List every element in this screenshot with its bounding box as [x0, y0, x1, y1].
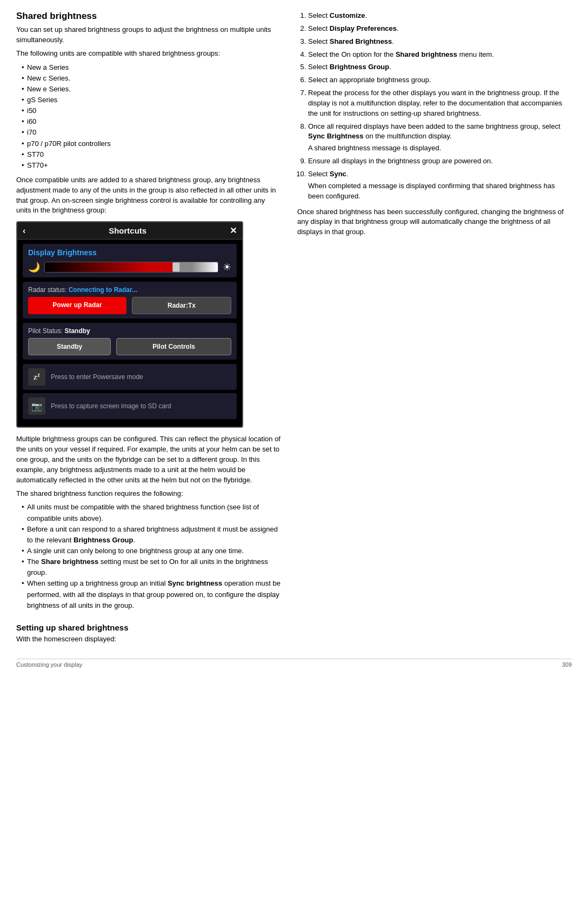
step-sub-note: When completed a message is displayed co… — [308, 181, 572, 202]
body-para1: Once compatible units are added to a sha… — [16, 175, 281, 216]
steps-list: Select Customize.Select Display Preferen… — [308, 11, 572, 202]
compatible-unit-item: i70 — [22, 127, 281, 138]
compatible-unit-item: gS Series — [22, 95, 281, 105]
power-up-radar-button[interactable]: Power up Radar — [28, 297, 126, 314]
screenshot-icon: 📷 — [28, 397, 45, 415]
left-column: Shared brightness You can set up shared … — [16, 11, 281, 648]
sun-icon: ☀ — [223, 261, 231, 273]
step-item: Ensure all displays in the brightness gr… — [308, 156, 572, 167]
compatible-unit-item: New e Series. — [22, 84, 281, 95]
compatible-unit-item: ST70 — [22, 149, 281, 160]
powersave-label: Press to enter Powersave mode — [51, 373, 143, 381]
page-layout: Shared brightness You can set up shared … — [16, 11, 572, 648]
screenshot-label: Press to capture screen image to SD card — [51, 402, 171, 410]
step-item: Select Sync.When completed a message is … — [308, 169, 572, 202]
step-item: Select Display Preferences. — [308, 24, 572, 34]
pilot-status-row: Pilot Status: Standby — [28, 327, 231, 335]
radar-section: Radar status: Connecting to Radar... Pow… — [23, 282, 237, 319]
step-item: Select Shared Brightness. — [308, 37, 572, 47]
requirements-intro: The shared brightness function requires … — [16, 489, 281, 499]
step-item: Once all required displays have been add… — [308, 122, 572, 154]
slider-thumb[interactable] — [172, 262, 180, 272]
radar-status-label: Radar status: — [28, 286, 69, 294]
compatible-unit-item: New a Series — [22, 62, 281, 73]
requirement-item: All units must be compatible with the sh… — [22, 502, 281, 523]
compatible-unit-item: i60 — [22, 116, 281, 127]
requirements-list: All units must be compatible with the sh… — [22, 502, 281, 611]
sub-title: Setting up shared brightness — [16, 623, 281, 632]
radar-status-value: Connecting to Radar... — [69, 286, 137, 294]
radar-buttons: Power up Radar Radar:Tx — [28, 297, 231, 314]
closing-para: Once shared brightness has been successf… — [297, 207, 572, 238]
close-icon[interactable]: ✕ — [230, 225, 237, 236]
compatible-units-list: New a SeriesNew c Series.New e Series.gS… — [22, 62, 281, 171]
zzz-icon: ZZ — [34, 373, 41, 381]
pilot-controls-button[interactable]: Pilot Controls — [116, 338, 231, 355]
intro-para1: You can set up shared brightness groups … — [16, 25, 281, 45]
radar-status-row: Radar status: Connecting to Radar... — [28, 286, 231, 294]
compatible-unit-item: p70 / p70R pilot controllers — [22, 138, 281, 149]
intro-para2: The following units are compatible with … — [16, 49, 281, 59]
pilot-status-value: Standby — [64, 327, 90, 335]
pilot-status-label: Pilot Status: — [28, 327, 64, 335]
pilot-section: Pilot Status: Standby Standby Pilot Cont… — [23, 323, 237, 360]
radar-tx-button[interactable]: Radar:Tx — [132, 297, 231, 314]
shortcuts-body: Display Brightness 🌙 ☀ Radar status: Con… — [17, 240, 242, 427]
section-title: Shared brightness — [16, 11, 281, 22]
step-item: Repeat the process for the other display… — [308, 88, 572, 119]
step-item: Select Brightness Group. — [308, 62, 572, 72]
powersave-row: ZZ Press to enter Powersave mode — [23, 364, 237, 390]
sub-intro: With the homescreen displayed: — [16, 634, 281, 645]
step-sub-note: A shared brightness message is displayed… — [308, 143, 572, 154]
requirement-item: The Share brightness setting must be set… — [22, 556, 281, 578]
body-para2: Multiple brightness groups can be config… — [16, 434, 281, 485]
shortcuts-title: Shortcuts — [25, 226, 230, 235]
compatible-unit-item: New c Series. — [22, 73, 281, 84]
display-brightness-title: Display Brightness — [28, 248, 231, 257]
camera-icon: 📷 — [31, 401, 42, 412]
step-item: Select the On option for the Shared brig… — [308, 50, 572, 60]
footer-left-label: Customizing your display — [16, 661, 82, 668]
shortcuts-header: ‹ Shortcuts ✕ — [17, 222, 242, 240]
screenshot-row: 📷 Press to capture screen image to SD ca… — [23, 393, 237, 419]
footer-page-number: 309 — [562, 661, 572, 668]
brightness-slider-row: 🌙 ☀ — [28, 261, 231, 273]
moon-icon: 🌙 — [28, 261, 40, 273]
right-column: Select Customize.Select Display Preferen… — [297, 11, 572, 648]
page-footer: Customizing your display 309 — [16, 659, 572, 668]
standby-button[interactable]: Standby — [28, 338, 111, 355]
step-item: Select an appropriate brightness group. — [308, 75, 572, 85]
powersave-icon: ZZ — [28, 368, 45, 386]
requirement-item: When setting up a brightness group an in… — [22, 578, 281, 611]
requirement-item: A single unit can only belong to one bri… — [22, 546, 281, 556]
compatible-unit-item: ST70+ — [22, 160, 281, 171]
compatible-unit-item: i50 — [22, 105, 281, 116]
step-item: Select Customize. — [308, 11, 572, 21]
shortcuts-panel: ‹ Shortcuts ✕ Display Brightness 🌙 ☀ — [16, 221, 243, 428]
pilot-buttons: Standby Pilot Controls — [28, 338, 231, 355]
brightness-slider[interactable] — [44, 262, 218, 273]
display-brightness-section: Display Brightness 🌙 ☀ — [23, 244, 237, 277]
requirement-item: Before a unit can respond to a shared br… — [22, 524, 281, 546]
